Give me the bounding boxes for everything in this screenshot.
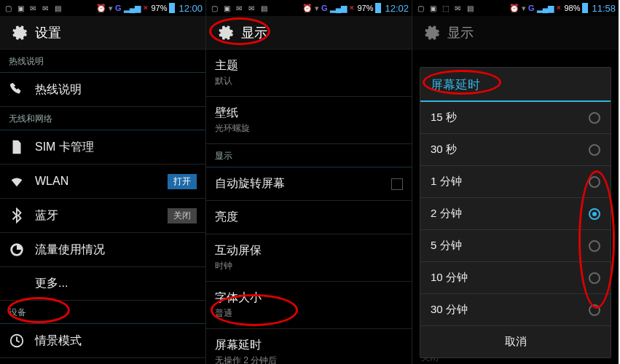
status-icon: ✉ xyxy=(246,3,256,13)
status-icon: ▣ xyxy=(15,3,25,13)
status-icon: ✉ xyxy=(452,3,463,13)
clock: 11:58 xyxy=(592,3,616,14)
cancel-button[interactable]: 取消 xyxy=(420,326,611,357)
row-hotline[interactable]: 热线说明 xyxy=(0,73,205,107)
radio-icon[interactable] xyxy=(589,112,600,124)
battery-icon xyxy=(375,3,381,13)
sleep-option[interactable]: 5 分钟 xyxy=(420,230,611,262)
wlan-toggle[interactable]: 打开 xyxy=(168,174,197,189)
row-wlan[interactable]: WLAN 打开 xyxy=(0,165,205,199)
row-sleep[interactable]: 屏幕延时无操作 2 分钟后 xyxy=(206,329,412,364)
datausage-icon xyxy=(9,242,25,258)
row-label: 壁纸 xyxy=(215,106,250,121)
row-label: 字体大小 xyxy=(215,290,262,306)
radio-icon[interactable] xyxy=(589,144,600,156)
nosignal-icon: ✕ xyxy=(349,4,355,12)
radio-icon[interactable] xyxy=(589,208,600,220)
category-device: 设备 xyxy=(0,301,205,324)
screen-display: ▢ ▣ ✉ ✉ ▤ ⏰ ▾ G ▂▄▆ ✕ 97% 12:02 显示 主题默认 … xyxy=(206,0,412,364)
status-icon: ▣ xyxy=(221,3,232,13)
battery-pct: 98% xyxy=(564,4,580,12)
settings-icon xyxy=(9,23,28,42)
battery-pct: 97% xyxy=(151,4,167,12)
row-label: WLAN xyxy=(35,175,68,188)
row-sub: 无操作 2 分钟后 xyxy=(215,355,277,364)
row-brightness[interactable]: 亮度 xyxy=(206,201,412,234)
battery-icon xyxy=(582,3,588,13)
category-display: 显示 xyxy=(206,144,412,167)
option-label: 30 秒 xyxy=(431,143,457,157)
row-autorotate[interactable]: 自动旋转屏幕 xyxy=(206,167,412,201)
row-profiles[interactable]: 情景模式 xyxy=(0,324,205,358)
status-icon: ▢ xyxy=(3,3,13,13)
row-label: 屏幕延时 xyxy=(215,338,277,353)
clock: 12:02 xyxy=(385,3,409,14)
row-more[interactable]: 更多... xyxy=(0,267,205,301)
row-sim[interactable]: SIM 卡管理 xyxy=(0,130,205,165)
status-icon: ▤ xyxy=(52,3,63,13)
wifi-icon: ▾ xyxy=(109,4,113,13)
status-icon: ▤ xyxy=(465,3,475,13)
row-theme[interactable]: 主题默认 xyxy=(206,50,412,97)
signal-icon: ▂▄▆ xyxy=(124,4,141,13)
bt-toggle[interactable]: 关闭 xyxy=(168,208,197,223)
nosignal-icon: ✕ xyxy=(143,4,149,12)
status-icon: ▤ xyxy=(259,3,269,13)
sleep-option[interactable]: 10 分钟 xyxy=(420,262,611,294)
row-label: 流量使用情况 xyxy=(35,242,105,258)
status-icon: ✉ xyxy=(234,3,244,13)
battery-pct: 97% xyxy=(357,4,373,12)
row-sub: 时钟 xyxy=(215,260,262,272)
status-bar: ▢ ▣ ⬚ ✉ ▤ ⏰ ▾ G ▂▄▆ ✕ 98% 11:58 xyxy=(412,0,619,16)
network-type: G xyxy=(528,4,535,12)
option-label: 2 分钟 xyxy=(431,207,462,221)
alarm-icon: ⏰ xyxy=(96,4,106,13)
option-label: 15 秒 xyxy=(431,111,457,124)
settings-icon xyxy=(421,23,440,42)
profile-icon xyxy=(9,333,25,349)
header: 设置 xyxy=(0,16,205,50)
network-type: G xyxy=(321,4,328,12)
row-fontsize[interactable]: 字体大小普通 xyxy=(206,282,412,329)
status-bar: ▢ ▣ ✉ ✉ ▤ ⏰ ▾ G ▂▄▆ ✕ 97% 12:00 xyxy=(0,0,205,16)
row-label: 蓝牙 xyxy=(35,208,58,223)
category-hotline: 热线说明 xyxy=(0,50,205,73)
row-label: 主题 xyxy=(215,58,238,74)
row-label: 亮度 xyxy=(215,210,238,225)
sleep-option[interactable]: 30 秒 xyxy=(420,134,611,166)
autorotate-checkbox[interactable] xyxy=(391,178,403,190)
alarm-icon: ⏰ xyxy=(509,4,519,13)
header: 显示 xyxy=(206,16,412,50)
sleep-dialog: 屏幕延时 15 秒30 秒1 分钟2 分钟5 分钟10 分钟30 分钟 取消 xyxy=(420,67,611,358)
category-wireless: 无线和网络 xyxy=(0,107,205,130)
row-daydream[interactable]: 互动屏保时钟 xyxy=(206,234,412,282)
settings-icon xyxy=(215,23,234,42)
status-icon: ✉ xyxy=(28,3,38,13)
signal-icon: ▂▄▆ xyxy=(330,4,348,13)
page-title: 显示 xyxy=(447,24,474,41)
status-icon: ⬚ xyxy=(440,3,450,13)
status-icon: ▣ xyxy=(428,3,438,13)
row-label: 更多... xyxy=(35,276,68,291)
row-label: SIM 卡管理 xyxy=(35,140,94,155)
row-label: 情景模式 xyxy=(35,333,82,349)
row-label: 热线说明 xyxy=(35,82,82,98)
row-datausage[interactable]: 流量使用情况 xyxy=(0,233,205,267)
row-bluetooth[interactable]: 蓝牙 关闭 xyxy=(0,199,205,233)
row-sub: 普通 xyxy=(215,307,262,320)
network-type: G xyxy=(115,4,122,12)
row-sub: 光环螺旋 xyxy=(215,122,250,135)
row-wallpaper[interactable]: 壁纸光环螺旋 xyxy=(206,97,412,144)
row-display[interactable]: 显示 xyxy=(0,358,205,364)
sleep-option[interactable]: 30 分钟 xyxy=(420,294,611,326)
sleep-option[interactable]: 2 分钟 xyxy=(420,198,611,230)
wifi-icon: ▾ xyxy=(522,4,526,13)
radio-icon[interactable] xyxy=(589,304,600,316)
bluetooth-icon xyxy=(9,207,25,223)
sleep-option[interactable]: 15 秒 xyxy=(420,102,611,134)
radio-icon[interactable] xyxy=(589,272,600,284)
radio-icon[interactable] xyxy=(589,240,600,252)
radio-icon[interactable] xyxy=(589,176,600,188)
sleep-option[interactable]: 1 分钟 xyxy=(420,166,611,198)
wifi-icon xyxy=(9,173,25,189)
